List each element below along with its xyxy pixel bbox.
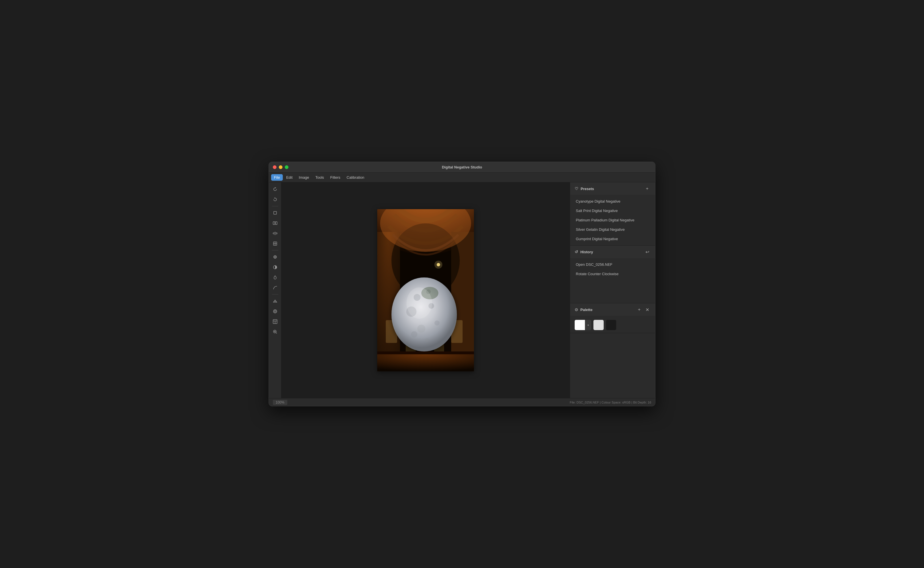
menu-file[interactable]: File <box>271 174 283 181</box>
zoom-level: 100% <box>273 400 287 405</box>
preset-gumprint[interactable]: Gumprint Digital Negative <box>570 234 655 243</box>
rotate-ccw-tool[interactable] <box>271 195 280 204</box>
menu-tools[interactable]: Tools <box>313 174 327 181</box>
svg-line-20 <box>276 333 277 334</box>
svg-point-12 <box>274 257 275 258</box>
right-panel: ♡ Presets + Cyanotype Digital Negative S… <box>570 183 655 398</box>
divider-3 <box>272 294 278 295</box>
canvas-image <box>377 209 474 372</box>
close-button[interactable] <box>273 165 276 169</box>
svg-point-41 <box>418 325 425 333</box>
svg-rect-0 <box>274 211 276 214</box>
svg-rect-1 <box>273 222 275 225</box>
statusbar: 100% File: DSC_0256.NEF | Colour Space: … <box>269 398 655 406</box>
flip-tool[interactable] <box>271 219 280 228</box>
window-controls <box>273 165 288 169</box>
preset-silver-gelatin[interactable]: Silver Gelatin Digital Negative <box>570 225 655 234</box>
history-icon: ↺ <box>575 249 578 254</box>
palette-header: ⊙ Palette + ✕ <box>570 304 655 316</box>
swatch-black[interactable] <box>606 320 616 330</box>
presets-header-left: ♡ Presets <box>575 186 594 191</box>
canvas-area[interactable] <box>281 183 570 398</box>
file-info: File: DSC_0256.NEF | Colour Space: sRGB … <box>570 401 651 404</box>
history-item-open[interactable]: Open DSC_0256.NEF <box>570 260 655 269</box>
preset-cyanotype[interactable]: Cyanotype Digital Negative <box>570 196 655 206</box>
svg-point-14 <box>274 310 276 312</box>
presets-list: Cyanotype Digital Negative Salt Print Di… <box>570 195 655 245</box>
toolbar <box>269 183 281 398</box>
dropper-tool[interactable] <box>271 252 280 261</box>
svg-point-35 <box>434 261 442 269</box>
crop-tool[interactable] <box>271 208 280 218</box>
menubar: File Edit Image Tools Filters Calibratio… <box>269 173 655 183</box>
svg-rect-3 <box>273 233 277 234</box>
tone-tool[interactable] <box>271 263 280 272</box>
menu-calibration[interactable]: Calibration <box>344 174 367 181</box>
history-section: ↺ History ↩ Open DSC_0256.NEF Rotate Cou… <box>570 246 655 304</box>
history-header: ↺ History ↩ <box>570 246 655 258</box>
maximize-button[interactable] <box>285 165 288 169</box>
history-undo-button[interactable]: ↩ <box>644 248 651 255</box>
layout-tool[interactable] <box>271 317 280 326</box>
history-spacer <box>570 280 655 303</box>
svg-point-44 <box>425 338 429 342</box>
svg-point-43 <box>411 331 418 337</box>
swatch-main-container[interactable]: ▾ <box>575 320 591 330</box>
palette-label: Palette <box>580 308 592 312</box>
svg-rect-48 <box>377 354 474 372</box>
swatch-light-gray[interactable] <box>594 320 604 330</box>
heart-icon: ♡ <box>575 186 578 191</box>
palette-swatches-container: ▾ <box>570 316 655 333</box>
menu-image[interactable]: Image <box>296 174 312 181</box>
palette-swatches: ▾ <box>575 320 651 330</box>
zoom-add-tool[interactable] <box>271 327 280 336</box>
palette-add-button[interactable]: + <box>636 306 643 313</box>
palette-header-left: ⊙ Palette <box>575 307 592 312</box>
minimize-button[interactable] <box>279 165 282 169</box>
divider-2 <box>272 250 278 251</box>
rotate-cw-tool[interactable] <box>271 185 280 194</box>
history-item-rotate[interactable]: Rotate Counter Clockwise <box>570 269 655 279</box>
presets-label: Presets <box>580 187 594 191</box>
window-title: Digital Negative Studio <box>442 165 482 169</box>
svg-point-15 <box>273 310 277 313</box>
straighten-tool[interactable] <box>271 229 280 238</box>
palette-close-button[interactable]: ✕ <box>644 306 651 313</box>
heal-tool[interactable] <box>271 296 280 306</box>
titlebar: Digital Negative Studio <box>269 162 655 173</box>
presets-section: ♡ Presets + Cyanotype Digital Negative S… <box>570 183 655 246</box>
preset-salt-print[interactable]: Salt Print Digital Negative <box>570 206 655 215</box>
divider-1 <box>272 206 278 206</box>
swatch-dropdown[interactable]: ▾ <box>585 320 591 330</box>
adjust-tool[interactable] <box>271 307 280 316</box>
history-list: Open DSC_0256.NEF Rotate Counter Clockwi… <box>570 258 655 280</box>
presets-header: ♡ Presets + <box>570 183 655 195</box>
history-header-left: ↺ History <box>575 249 593 254</box>
skew-tool[interactable] <box>271 239 280 248</box>
curve-tool[interactable] <box>271 283 280 292</box>
svg-point-46 <box>407 287 432 319</box>
svg-point-42 <box>434 320 440 326</box>
main-layout: ♡ Presets + Cyanotype Digital Negative S… <box>269 183 655 398</box>
preset-platinum[interactable]: Platinum Palladium Digital Negative <box>570 215 655 225</box>
svg-rect-2 <box>275 222 277 225</box>
swatch-white[interactable] <box>575 320 585 330</box>
presets-add-button[interactable]: + <box>644 185 651 192</box>
palette-section: ⊙ Palette + ✕ ▾ <box>570 304 655 333</box>
menu-filters[interactable]: Filters <box>327 174 343 181</box>
palette-icon: ⊙ <box>575 307 578 312</box>
menu-edit[interactable]: Edit <box>283 174 295 181</box>
burn-tool[interactable] <box>271 273 280 282</box>
palette-actions: + ✕ <box>636 306 651 313</box>
history-label: History <box>580 250 593 254</box>
app-window: Digital Negative Studio File Edit Image … <box>268 162 656 406</box>
